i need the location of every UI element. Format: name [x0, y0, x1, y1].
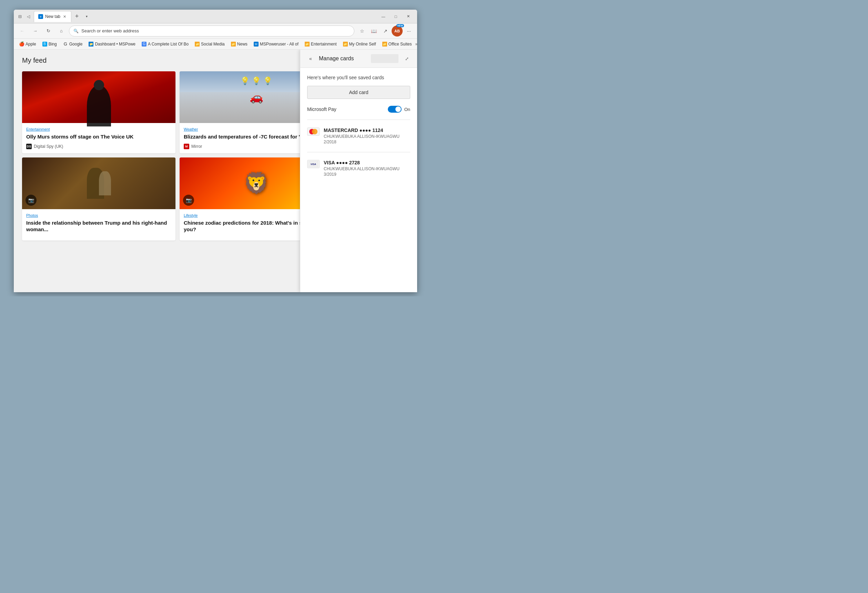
reading-mode-button[interactable]: 📖	[368, 25, 379, 37]
bookmark-social-media[interactable]: 📁 Social Media	[192, 41, 227, 47]
toggle-state-label: On	[404, 107, 410, 112]
nav-bar: ← → ↻ ⌂ 🔍 Search or enter web address ☆ …	[14, 24, 417, 38]
tab-restore-icon[interactable]: ⊟	[16, 13, 24, 20]
active-tab[interactable]: e New tab ✕	[34, 11, 71, 22]
feed-card-photos[interactable]: 📷 Photos Inside the relationship between…	[22, 158, 176, 240]
more-button[interactable]: ···	[403, 25, 414, 37]
feed-card-entertainment[interactable]: Entertainment Olly Murs storms off stage…	[22, 71, 176, 153]
new-badge: NEW	[396, 24, 404, 27]
bookmark-label: Entertainment	[311, 42, 337, 47]
bookmark-label: Apple	[25, 42, 36, 47]
bing-favicon: B	[43, 42, 47, 47]
bookmark-office-suites[interactable]: 📁 Office Suites	[379, 41, 415, 47]
bookmark-label: News	[237, 42, 248, 47]
visa-number: VISA ●●●● 2728	[324, 160, 410, 165]
microsoft-pay-header: Microsoft Pay On	[307, 106, 410, 113]
source-name-digitalspy: Digital Spy (UK)	[34, 144, 63, 149]
mastercard-holder: CHUKWUEBUKA ALLISON-IKWUAGWU	[324, 134, 410, 139]
bookmark-label: Office Suites	[388, 42, 412, 47]
panel-back-button[interactable]: «	[306, 54, 316, 63]
bookmark-bing[interactable]: B Bing	[40, 41, 60, 47]
mastercard-details: MASTERCARD ●●●● 1124 CHUKWUEBUKA ALLISON…	[324, 127, 410, 145]
refresh-button[interactable]: ↻	[43, 25, 54, 37]
visa-icon: VISA	[307, 160, 320, 168]
visa-details: VISA ●●●● 2728 CHUKWUEBUKA ALLISON-IKWUA…	[324, 160, 410, 177]
share-button[interactable]: ↗	[380, 25, 391, 37]
panel-body: Here's where you'll see saved cards Add …	[300, 68, 417, 292]
window-controls-right: — □ ✕	[377, 11, 414, 22]
bookmark-label: A Complete List Of B‌o	[148, 42, 189, 47]
bookmark-entertainment[interactable]: 📁 Entertainment	[302, 41, 340, 47]
card-image-photos: 📷	[22, 158, 176, 209]
card-title-photos: Inside the relationship between Trump an…	[26, 220, 171, 233]
mspoweruser-favicon: M	[254, 42, 258, 47]
panel-header: « Manage cards ⤢	[300, 50, 417, 68]
tab-prev-icon[interactable]: ◁	[25, 13, 32, 20]
bookmarks-bar: 🍎 Apple B Bing G Google 📁 Dashboard • MS…	[14, 38, 417, 50]
card-divider-1	[307, 119, 410, 120]
card-body-photos: Photos Inside the relationship between T…	[22, 209, 176, 240]
mastercard-icon	[307, 127, 320, 136]
svg-text:VISA: VISA	[311, 163, 316, 165]
address-text: Search or enter web address	[81, 28, 350, 34]
panel-search-box[interactable]	[371, 54, 399, 63]
bookmark-mspoweruser[interactable]: M MSPoweruser - All of	[251, 41, 301, 47]
microsoft-pay-toggle[interactable]	[388, 106, 402, 113]
main-content: My feed Entertainment Olly Murs storms o…	[14, 50, 417, 292]
microsoft-pay-section: Microsoft Pay On	[307, 106, 410, 113]
mastercard-number: MASTERCARD ●●●● 1124	[324, 127, 410, 133]
home-button[interactable]: ⌂	[56, 25, 67, 37]
nav-actions: ☆ 📖 ↗ AB NEW ···	[356, 25, 414, 37]
profile-initials: AB	[394, 29, 400, 33]
bookmark-label: Google	[69, 42, 83, 47]
source-icon-mirror: M	[184, 144, 189, 149]
bookmark-completelist[interactable]: G A Complete List Of B‌o	[139, 41, 191, 47]
toggle-row: On	[388, 106, 410, 113]
card-category-entertainment[interactable]: Entertainment	[26, 127, 171, 131]
source-name-mirror: Mirror	[191, 144, 202, 149]
bookmark-label: Bing	[49, 42, 57, 47]
feed-grid: Entertainment Olly Murs storms off stage…	[22, 71, 333, 240]
bookmark-news[interactable]: 📁 News	[228, 41, 250, 47]
close-button[interactable]: ✕	[402, 11, 414, 22]
panel-title: Manage cards	[319, 56, 368, 62]
add-card-button[interactable]: Add card	[307, 86, 410, 99]
window-controls-left: ⊟ ◁	[16, 13, 32, 20]
bookmark-apple[interactable]: 🍎 Apple	[16, 41, 39, 47]
camera-icon-photos: 📷	[25, 195, 37, 206]
profile-button[interactable]: AB NEW	[391, 25, 403, 37]
folder-icon: 📁	[305, 42, 310, 47]
apple-favicon: 🍎	[19, 42, 24, 47]
bookmark-label: My Online Self	[349, 42, 376, 47]
bookmark-label: MSPoweruser - All of	[260, 42, 298, 47]
visa-holder: CHUKWUEBUKA ALLISON-IKWUAGWU	[324, 167, 410, 171]
completelist-favicon: G	[142, 42, 146, 47]
visa-expiry: 3/2019	[324, 172, 410, 177]
saved-card-visa[interactable]: VISA VISA ●●●● 2728 CHUKWUEBUKA ALLISON-…	[307, 156, 410, 180]
feed-title: My feed	[22, 56, 333, 65]
panel-expand-button[interactable]: ⤢	[402, 54, 412, 63]
search-icon: 🔍	[74, 29, 78, 34]
new-tab-button[interactable]: +	[72, 12, 82, 21]
tab-favicon: e	[38, 14, 43, 19]
address-bar[interactable]: 🔍 Search or enter web address	[69, 25, 354, 37]
bookmark-my-online-self[interactable]: 📁 My Online Self	[340, 41, 379, 47]
card-category-photos[interactable]: Photos	[26, 213, 171, 217]
source-icon-digitalspy: DS	[26, 144, 32, 149]
back-button[interactable]: ←	[16, 25, 28, 37]
saved-card-mastercard[interactable]: MASTERCARD ●●●● 1124 CHUKWUEBUKA ALLISON…	[307, 124, 410, 148]
minimize-button[interactable]: —	[377, 11, 390, 22]
bookmark-google[interactable]: G Google	[61, 41, 86, 47]
bookmark-label: Social Media	[201, 42, 225, 47]
forward-button[interactable]: →	[30, 25, 41, 37]
bookmark-dashboard[interactable]: 📁 Dashboard • MSPowe	[86, 41, 138, 47]
tab-label: New tab	[45, 14, 61, 19]
tab-close-button[interactable]: ✕	[62, 14, 67, 20]
tab-dropdown-button[interactable]: ▾	[83, 12, 91, 21]
svg-point-5	[312, 129, 317, 134]
folder-icon: 📁	[231, 42, 236, 47]
mastercard-expiry: 2/2018	[324, 140, 410, 145]
bookmarks-more-button[interactable]: »	[415, 40, 417, 48]
maximize-button[interactable]: □	[390, 11, 402, 22]
favorites-button[interactable]: ☆	[356, 25, 368, 37]
